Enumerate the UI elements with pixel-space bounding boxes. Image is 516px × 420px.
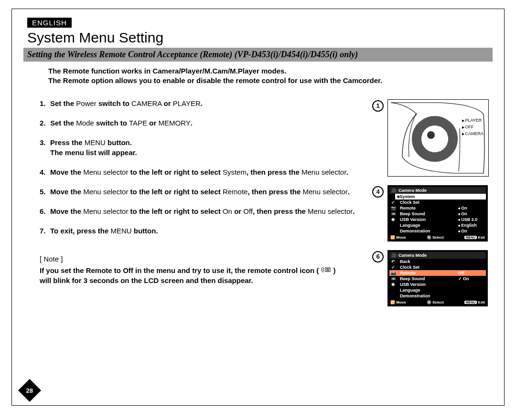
lcd6-footer: 🔁 Move 🔘 Select MENUExit (389, 299, 486, 304)
lcd4-row: LanguageEnglish (389, 222, 486, 228)
step: 7.To exit, press the MENU button. (40, 226, 372, 236)
menu-button-icon: MENU (464, 301, 477, 304)
camcorder-icon: 🎥 (391, 188, 397, 193)
row-label: Language (398, 288, 456, 293)
row-value: On (458, 229, 485, 233)
step: 4.Move the Menu selector to the left or … (40, 167, 372, 177)
step: 6.Move the Menu selector to the left or … (40, 206, 372, 216)
step-number: 3. (40, 137, 50, 158)
row-value: On (458, 211, 485, 216)
lcd4-row: ✓Clock Set (389, 200, 486, 205)
step-body: Move the Menu selector to the left or ri… (50, 187, 350, 197)
lcd4-row: 📼Beep SoundOn (389, 211, 486, 217)
lcd6-title: 🎥 Camera Mode (389, 252, 486, 259)
step-number: 6. (40, 206, 50, 216)
move-icon: 🔁 (390, 300, 395, 304)
step-body: Set the Mode switch to TAPE or MEMORY. (50, 118, 193, 128)
step-body: Move the Menu selector to the left or ri… (50, 167, 348, 177)
dial-label-camera: CAMERA (462, 130, 484, 137)
lcd6-row: 📼Beep SoundOn (389, 276, 486, 282)
lcd4-footer: 🔁 Move 🔘 Select MENUExit (389, 234, 486, 240)
lcd6-row: 📷RemoteOff (389, 270, 486, 276)
lcd6-row: Language (389, 287, 486, 293)
step-number: 4. (40, 167, 50, 177)
lcd6-back-row: ↶ Back (389, 259, 486, 264)
figure-1: 1 PLAYER OFF CAMERA (372, 99, 493, 177)
note-text: If you set the Remote to Off in the menu… (40, 266, 372, 285)
select-icon: 🔘 (427, 300, 431, 304)
row-icon: 📷 (390, 271, 396, 275)
row-icon: 📼 (390, 276, 396, 281)
lcd-screen-4: 🎥 Camera Mode ■System ✓Clock Set📷RemoteO… (387, 185, 488, 242)
step: 5.Move the Menu selector to the left or … (40, 187, 372, 197)
subtitle-bar: Setting the Wireless Remote Control Acce… (23, 48, 493, 62)
move-icon: 🔁 (390, 235, 395, 240)
row-value: On (458, 206, 485, 210)
row-label: Remote (398, 271, 456, 275)
step: 3.Press the MENU button.The menu list wi… (40, 137, 372, 158)
row-value: English (458, 223, 485, 228)
figures-column: 1 PLAYER OFF CAMERA 4 (372, 98, 493, 306)
power-dial-icon (412, 116, 458, 162)
dial-label-off: OFF (462, 124, 484, 130)
figure-4: 4 🎥 Camera Mode ■System ✓Clock Set📷Remot… (372, 185, 493, 242)
row-label: Language (398, 223, 456, 228)
note-label: [ Note ] (40, 254, 372, 264)
figure-1-number: 1 (372, 100, 384, 112)
step: 1.Set the Power switch to CAMERA or PLAY… (40, 98, 372, 108)
intro-block: The Remote function works in Camera/Play… (48, 66, 493, 86)
step-number: 1. (40, 98, 50, 108)
manual-page: ENGLISH System Menu Setting Setting the … (11, 9, 505, 406)
note-block: [ Note ] If you set the Remote to Off in… (40, 254, 372, 285)
row-label: Clock Set (398, 200, 456, 205)
language-tag: ENGLISH (27, 18, 72, 28)
lcd6-row: Demonstration (389, 293, 486, 299)
row-value: USB 2.0 (458, 217, 485, 222)
step-body: Press the MENU button.The menu list will… (50, 137, 137, 158)
figure-6: 6 🎥 Camera Mode ↶ Back ✓Clock Set📷Remote… (372, 250, 493, 306)
steps-column: 1.Set the Power switch to CAMERA or PLAY… (23, 98, 372, 306)
row-icon: ✓ (390, 265, 396, 270)
lcd4-row: DemonstrationOn (389, 228, 486, 234)
step-body: Set the Power switch to CAMERA or PLAYER… (50, 98, 203, 108)
dial-label-player: PLAYER (462, 117, 484, 124)
row-value: Off (458, 271, 485, 275)
lcd4-section: ■System (389, 194, 486, 200)
row-icon: ✓ (390, 200, 396, 205)
row-label: Demonstration (398, 229, 456, 233)
step-number: 5. (40, 187, 50, 197)
figure-6-number: 6 (372, 251, 384, 262)
page-number-badge: 28 (18, 379, 41, 402)
row-value: On (458, 276, 485, 281)
lcd4-row: 📷RemoteOn (389, 205, 486, 211)
lcd-screen-6: 🎥 Camera Mode ↶ Back ✓Clock Set📷RemoteOf… (387, 250, 488, 306)
back-arrow-icon: ↶ (390, 259, 396, 264)
row-icon: ❀ (390, 217, 396, 222)
step-number: 2. (40, 118, 50, 128)
remote-blink-icon (321, 266, 331, 275)
step-body: To exit, press the MENU button. (50, 226, 158, 236)
menu-button-icon: MENU (464, 236, 477, 239)
dial-labels: PLAYER OFF CAMERA (462, 117, 484, 137)
lcd6-row: ✓Clock Set (389, 264, 486, 270)
page-number: 28 (26, 387, 33, 394)
intro-line-1: The Remote function works in Camera/Play… (48, 66, 493, 76)
row-label: Remote (398, 206, 456, 210)
row-label: USB Version (398, 217, 456, 222)
row-icon: 📷 (390, 206, 396, 210)
figure-4-number: 4 (372, 186, 384, 198)
lcd6-row: ❀USB Version (389, 282, 486, 287)
select-icon: 🔘 (427, 235, 431, 240)
camcorder-icon: 🎥 (391, 253, 397, 258)
intro-line-2: The Remote option allows you to enable o… (48, 76, 493, 85)
row-icon: 📼 (390, 211, 396, 216)
step: 2.Set the Mode switch to TAPE or MEMORY. (40, 118, 372, 128)
camera-dial-illustration: PLAYER OFF CAMERA (387, 99, 489, 177)
page-title: System Menu Setting (27, 30, 493, 46)
row-label: USB Version (398, 282, 456, 287)
lcd4-row: ❀USB VersionUSB 2.0 (389, 217, 486, 222)
step-body: Move the Menu selector to the left or ri… (50, 206, 355, 216)
row-label: Clock Set (398, 265, 456, 270)
row-label: Beep Sound (398, 211, 456, 216)
row-icon: ❀ (390, 282, 396, 287)
